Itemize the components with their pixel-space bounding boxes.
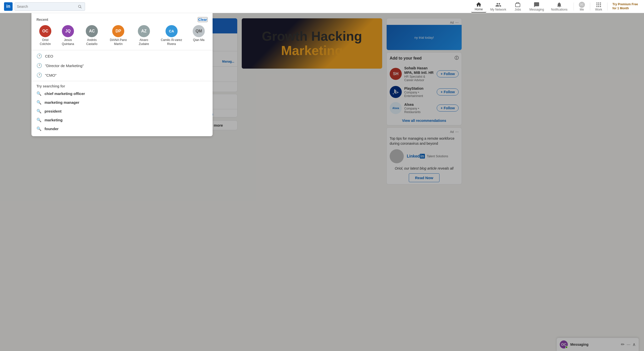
nav-item-home[interactable]: Home [471, 1, 486, 13]
svg-rect-6 [598, 4, 599, 5]
recent-search-cmo[interactable]: 🕐 "CMO" [31, 70, 213, 80]
recent-profile-qian[interactable]: QM Qian Ma [190, 25, 208, 46]
recent-search-director[interactable]: 🕐 "Director de Marketing" [31, 61, 213, 70]
recent-profile-andres[interactable]: AC Andrés Castaño [82, 25, 102, 46]
me-avatar: OC [579, 2, 585, 8]
nav-item-notifications[interactable]: Notifications [548, 1, 570, 12]
linkedin-logo[interactable]: in [4, 2, 13, 11]
search-icon-2: 🔍 [36, 100, 42, 105]
svg-rect-9 [598, 6, 599, 7]
suggestion-marketing-manager[interactable]: 🔍 marketing manager [31, 98, 213, 107]
svg-point-0 [78, 5, 81, 7]
nav-item-work[interactable]: Work [593, 1, 604, 12]
search-icon-1: 🔍 [36, 91, 42, 96]
suggestion-founder[interactable]: 🔍 founder [31, 124, 213, 133]
search-bar-container [15, 2, 85, 11]
svg-rect-3 [598, 3, 599, 4]
dropdown-divider-2 [31, 81, 213, 81]
recent-profile-alvaro[interactable]: AZ Alvaro Zudaire [135, 25, 153, 46]
suggestion-president[interactable]: 🔍 president [31, 107, 213, 116]
nav-item-messaging[interactable]: Messaging [526, 1, 547, 12]
search-icon-3: 🔍 [36, 109, 42, 114]
suggestion-marketing[interactable]: 🔍 marketing [31, 116, 213, 124]
recent-profile-camilo[interactable]: CA Camilo Ál-varez Rivera [157, 25, 186, 46]
premium-button[interactable]: Try Premium Free for 1 Month [611, 3, 640, 10]
search-input[interactable] [17, 5, 77, 9]
recent-profiles-row: OC Oriol Colchón JQ Jesús Quintana AC An… [31, 24, 213, 49]
svg-rect-2 [596, 3, 597, 4]
search-icon-4: 🔍 [36, 118, 42, 122]
nav-item-me[interactable]: OC Me [577, 1, 587, 12]
svg-rect-5 [596, 4, 597, 5]
recent-search-ceo[interactable]: 🕐 CEO [31, 51, 213, 61]
nav-items: Home My Network Jobs Messaging Notificat… [471, 1, 640, 13]
svg-rect-10 [600, 6, 601, 7]
nav-item-my-network[interactable]: My Network [487, 1, 509, 12]
try-searching-label: Try searching for [31, 82, 213, 89]
search-submit-button[interactable] [77, 4, 83, 10]
recent-profile-jesus[interactable]: JQ Jesús Quintana [58, 25, 78, 46]
nav-divider-2 [590, 3, 590, 11]
svg-rect-7 [600, 4, 601, 5]
navbar: in Home My Network Jobs Messaging [0, 0, 644, 13]
svg-line-1 [80, 7, 82, 8]
clock-icon-2: 🕐 [36, 63, 42, 68]
clear-button[interactable]: Clear [198, 17, 208, 22]
search-dropdown: Recent Clear OC Oriol Colchón JQ Jesús Q… [31, 13, 213, 136]
recent-profile-diana[interactable]: DP DIANA Pano Martín [106, 25, 131, 46]
svg-rect-8 [596, 6, 597, 7]
clock-icon-3: 🕐 [36, 72, 42, 78]
dropdown-header: Recent Clear [31, 16, 213, 24]
svg-rect-4 [600, 3, 601, 4]
suggestion-cmo[interactable]: 🔍 chief marketing officer [31, 89, 213, 98]
clock-icon-1: 🕐 [36, 53, 42, 59]
recent-profile-oriol[interactable]: OC Oriol Colchón [36, 25, 54, 46]
search-icon-5: 🔍 [36, 126, 42, 131]
nav-item-jobs[interactable]: Jobs [510, 1, 525, 12]
nav-divider [574, 3, 574, 11]
dropdown-divider-1 [31, 50, 213, 50]
recent-label: Recent [36, 18, 48, 22]
nav-divider-3 [607, 3, 608, 11]
